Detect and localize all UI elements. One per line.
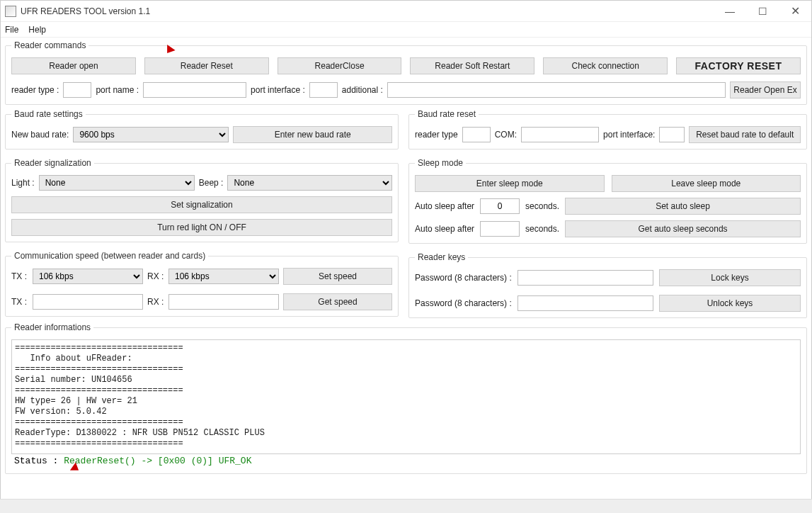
- baud-rate-select[interactable]: 9600 bps: [73, 127, 229, 142]
- lock-keys-button[interactable]: Lock keys: [659, 269, 801, 286]
- status-label: Status :: [14, 456, 64, 466]
- unlock-keys-button[interactable]: Unlock keys: [659, 295, 801, 312]
- password-lock-input[interactable]: [517, 270, 653, 286]
- check-connection-button[interactable]: Check connection: [543, 57, 668, 74]
- reader-keys-group: Reader keys Password (8 characters) : Lo…: [408, 252, 807, 318]
- port-name-input[interactable]: [143, 82, 246, 98]
- set-speed-button[interactable]: Set speed: [283, 268, 392, 285]
- reader-close-button[interactable]: ReaderClose: [278, 57, 402, 74]
- minimize-button[interactable]: —: [714, 1, 746, 21]
- reader-info-group: Reader informations ====================…: [5, 322, 807, 474]
- reader-keys-legend: Reader keys: [415, 252, 468, 262]
- signalization-group: Reader signalization Light : None Beep :…: [5, 158, 399, 242]
- sleep-mode-legend: Sleep mode: [415, 158, 466, 168]
- seconds-label-2: seconds.: [525, 224, 559, 234]
- baud-reset-legend: Baud rate reset: [415, 109, 479, 119]
- reader-info-legend: Reader informations: [11, 322, 93, 332]
- reader-commands-legend: Reader commands: [11, 40, 88, 50]
- password-unlock-input[interactable]: [517, 295, 653, 311]
- maximize-button[interactable]: ☐: [746, 1, 779, 21]
- set-signalization-button[interactable]: Set signalization: [11, 196, 392, 213]
- status-bar: [0, 499, 812, 513]
- pointer-arrow-icon: [163, 45, 175, 56]
- rx-label-2: RX :: [147, 297, 164, 307]
- get-auto-sleep-button[interactable]: Get auto sleep seconds: [565, 220, 801, 237]
- beep-label: Beep :: [199, 178, 224, 188]
- menu-file[interactable]: File: [5, 25, 18, 35]
- close-button[interactable]: ✕: [779, 1, 811, 21]
- new-baud-label: New baud rate:: [11, 130, 69, 140]
- password-label-1: Password (8 characters) :: [415, 273, 512, 283]
- reader-soft-restart-button[interactable]: Reader Soft Restart: [410, 57, 534, 74]
- reader-type-input[interactable]: [63, 82, 91, 98]
- enter-sleep-button[interactable]: Enter sleep mode: [415, 175, 605, 192]
- baud-reset-port-interface-label: port interface:: [603, 130, 655, 140]
- password-label-2: Password (8 characters) :: [415, 298, 512, 308]
- reader-open-ex-button[interactable]: Reader Open Ex: [730, 81, 801, 98]
- comm-speed-legend: Communication speed (between reader and …: [11, 251, 208, 261]
- reset-baud-default-button[interactable]: Reset baud rate to default: [689, 126, 801, 143]
- status-value: ReaderReset() -> [0x00 (0)] UFR_OK: [64, 456, 251, 466]
- auto-sleep-set-input[interactable]: [480, 198, 520, 214]
- light-select[interactable]: None: [39, 175, 195, 191]
- port-interface-input[interactable]: [309, 82, 338, 98]
- leave-sleep-button[interactable]: Leave sleep mode: [612, 175, 801, 192]
- reader-type-label: reader type :: [11, 85, 59, 95]
- reader-commands-group: Reader commands Reader open Reader Reset…: [5, 40, 807, 105]
- beep-select[interactable]: None: [227, 175, 392, 191]
- red-light-toggle-button[interactable]: Turn red light ON / OFF: [11, 219, 392, 236]
- status-line: Status : ReaderReset() -> [0x00 (0)] UFR…: [11, 454, 801, 468]
- comm-speed-group: Communication speed (between reader and …: [5, 251, 399, 317]
- reader-open-button[interactable]: Reader open: [11, 57, 136, 74]
- signalization-legend: Reader signalization: [11, 158, 94, 168]
- rx-select[interactable]: 106 kbps: [168, 269, 279, 284]
- window-title: UFR READERS TOOL version 1.1: [21, 6, 714, 16]
- auto-sleep-label-1: Auto sleep after: [415, 201, 474, 211]
- baud-reset-reader-type-label: reader type: [415, 130, 458, 140]
- baud-settings-legend: Baud rate settings: [11, 109, 86, 119]
- port-name-label: port name :: [96, 85, 139, 95]
- menu-help[interactable]: Help: [28, 25, 46, 35]
- additional-input[interactable]: [387, 82, 726, 98]
- sleep-mode-group: Sleep mode Enter sleep mode Leave sleep …: [408, 158, 807, 244]
- enter-baud-button[interactable]: Enter new baud rate: [233, 126, 392, 143]
- light-label: Light :: [11, 178, 35, 188]
- reader-info-textarea[interactable]: ================================= Info a…: [11, 339, 801, 454]
- rx-label-1: RX :: [147, 271, 164, 281]
- reader-reset-button[interactable]: Reader Reset: [144, 57, 269, 74]
- set-auto-sleep-button[interactable]: Set auto sleep: [565, 198, 801, 215]
- seconds-label-1: seconds.: [525, 201, 559, 211]
- app-icon: [5, 6, 16, 17]
- get-speed-button[interactable]: Get speed: [283, 293, 392, 310]
- tx-label-2: TX :: [11, 297, 28, 307]
- rx-readout[interactable]: [168, 294, 279, 310]
- menubar: File Help: [1, 22, 811, 38]
- tx-readout[interactable]: [33, 294, 143, 310]
- additional-label: additional :: [342, 85, 383, 95]
- port-interface-label: port interface :: [251, 85, 305, 95]
- factory-reset-button[interactable]: FACTORY RESET: [676, 57, 801, 74]
- auto-sleep-get-input[interactable]: [480, 221, 520, 237]
- baud-reset-group: Baud rate reset reader type COM: port in…: [408, 109, 807, 150]
- titlebar: UFR READERS TOOL version 1.1 — ☐ ✕: [1, 1, 811, 22]
- baud-reset-port-interface-input[interactable]: [659, 127, 685, 142]
- tx-label-1: TX :: [11, 271, 28, 281]
- baud-reset-com-input[interactable]: [521, 127, 599, 142]
- auto-sleep-label-2: Auto sleep after: [415, 224, 474, 234]
- baud-settings-group: Baud rate settings New baud rate: 9600 b…: [5, 109, 399, 150]
- baud-reset-reader-type-input[interactable]: [462, 127, 491, 142]
- tx-select[interactable]: 106 kbps: [33, 269, 143, 284]
- baud-reset-com-label: COM:: [495, 130, 517, 140]
